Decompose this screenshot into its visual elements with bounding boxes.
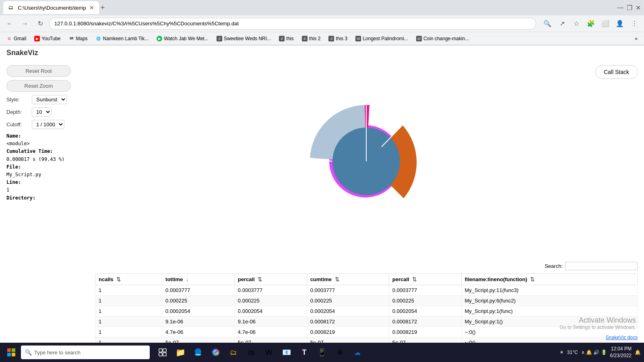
namkeen-favicon: 🌐 [96, 36, 101, 41]
cutoff-select[interactable]: 1 / 1000 1 / 100 1 / 10 [32, 120, 64, 129]
depth-control: Depth: 2345 6789 10 [6, 107, 82, 117]
bookmark-watch-label: Watch Jab We Met... [164, 36, 208, 41]
call-stack-btn[interactable]: Call Stack [595, 65, 638, 79]
taskbar-files[interactable]: 🗂 [225, 344, 242, 360]
col-percall2[interactable]: percall ⇅ [389, 274, 461, 285]
file-value: My_Script.py [6, 171, 82, 179]
tab-close-btn[interactable]: ✕ [89, 4, 94, 11]
svg-rect-5 [7, 348, 11, 352]
style-select[interactable]: Sunburst Icicle [32, 95, 67, 104]
cell-cumtime: 0.0003777 [307, 285, 389, 296]
this2-favicon: d [302, 36, 308, 41]
table-search-input[interactable] [565, 262, 638, 270]
svg-rect-8 [12, 353, 15, 356]
start-btn[interactable] [3, 344, 19, 360]
style-control: Style: Sunburst Icicle [6, 95, 82, 104]
cell-func: My_Script.py:1(func) [461, 306, 637, 317]
edge-icon [194, 348, 202, 356]
app-title: SnakeViz [0, 45, 644, 60]
bookmark-sweetiee[interactable]: d Sweetiee Weds NRI... [213, 35, 274, 42]
cell-cumtime: 0.0008172 [307, 317, 389, 327]
tottime-sort: ↓ [186, 276, 189, 282]
taskbar-apps: 📁 🗂 🛍 W 📧 T 📱 🖥 ☁ [155, 344, 365, 360]
taskbar-clock[interactable]: 12:04 PM 6/23/2022 [610, 346, 632, 359]
cumtime-label: Cumulative Time: [6, 148, 82, 155]
chrome-icon [212, 348, 220, 356]
table-row[interactable]: 1 4.7e-06 4.7e-06 0.0008219 0.0008219 ~:… [95, 327, 638, 337]
col-tottime[interactable]: tottime ↓ [162, 274, 235, 285]
bookmark-maps[interactable]: 🗺 Maps [66, 35, 91, 42]
windows-logo [7, 348, 15, 356]
bookmark-coin[interactable]: td Coin change-makin... [413, 35, 472, 42]
cell-tottime: 0.0002054 [162, 306, 235, 317]
taskbar-azure[interactable]: ☁ [349, 344, 365, 360]
col-percall1[interactable]: percall ⇅ [234, 274, 307, 285]
sunburst-svg[interactable] [282, 77, 451, 246]
cell-tottime: 0.000225 [162, 296, 235, 306]
cell-func: My_Script.py:1() [461, 317, 637, 327]
taskbar-word[interactable]: W [261, 344, 277, 360]
bookmark-namkeen-label: Namkeen Lamb Tik... [103, 36, 149, 41]
bookmark-palindrome[interactable]: td Longest Palindromi... [352, 35, 411, 42]
cell-func: My_Script.py:11(func3) [461, 285, 637, 296]
new-tab-btn[interactable]: + [101, 4, 105, 12]
forward-btn[interactable]: → [19, 17, 31, 30]
bookmark-this2[interactable]: d this 2 [299, 35, 324, 42]
name-label: Name: [6, 132, 82, 140]
menu-btn[interactable]: ⋮ [628, 17, 641, 30]
taskbar-edge[interactable] [190, 344, 206, 360]
table-row[interactable]: 1 0.0002054 0.0002054 0.0002054 0.000205… [95, 306, 638, 317]
taskbar-phone-link[interactable]: 📱 [314, 344, 330, 360]
extensions-icon-btn[interactable]: 🧩 [584, 17, 597, 30]
sunburst-chart[interactable] [282, 77, 451, 246]
bookmark-icon-btn[interactable]: ☆ [570, 17, 583, 30]
bookmark-this3[interactable]: d this 3 [325, 35, 351, 42]
url-bar[interactable] [49, 18, 536, 30]
notification-btn[interactable]: 🔔 [635, 350, 641, 355]
taskbar-terminal[interactable]: 🖥 [332, 344, 348, 360]
reload-btn[interactable]: ↻ [34, 17, 47, 30]
table-row[interactable]: 1 0.000225 0.000225 0.000225 0.000225 My… [95, 296, 638, 306]
search-icon-btn[interactable]: 🔍 [541, 17, 554, 30]
app-content: SnakeViz Reset Root Reset Zoom Style: Su… [0, 45, 644, 362]
more-bookmarks-label: » [635, 36, 638, 41]
content-area: Call Stack [89, 60, 644, 362]
file-label: File: [6, 163, 82, 171]
close-btn[interactable]: ✕ [636, 4, 641, 12]
reset-zoom-btn[interactable]: Reset Zoom [6, 80, 71, 92]
col-ncalls[interactable]: ncalls ⇅ [95, 274, 162, 285]
taskbar-chrome[interactable] [208, 344, 224, 360]
table-row[interactable]: 1 0.0003777 0.0003777 0.0003777 0.000377… [95, 285, 638, 296]
taskbar-store[interactable]: 🛍 [243, 344, 259, 360]
taskbar-outlook[interactable]: 📧 [279, 344, 295, 360]
reset-root-btn[interactable]: Reset Root [6, 65, 71, 77]
taskbar-search-box[interactable]: 🔍 Type here to search [21, 346, 150, 359]
col-func[interactable]: filename:lineno(function) ⇅ [461, 274, 637, 285]
taskbar-type[interactable]: T [296, 344, 312, 360]
bookmark-gmail[interactable]: G Gmail [3, 35, 29, 42]
share-icon-btn[interactable]: ↗ [555, 17, 568, 30]
depth-select[interactable]: 2345 6789 10 [32, 107, 52, 117]
snakeviz-docs-link[interactable]: SnakeViz docs [606, 335, 638, 340]
col-cumtime[interactable]: cumtime ⇅ [307, 274, 389, 285]
bookmark-namkeen[interactable]: 🌐 Namkeen Lamb Tik... [93, 35, 152, 42]
bookmarks-bar: G Gmail ▶ YouTube 🗺 Maps 🌐 Namkeen Lamb … [0, 32, 644, 45]
active-tab[interactable]: 🗂 C:\Users\hy\Documents\temp ✕ [3, 1, 99, 14]
bookmark-this[interactable]: d this [276, 35, 297, 42]
bookmark-watch[interactable]: ▶ Watch Jab We Met... [153, 35, 212, 42]
taskbar-task-view[interactable] [155, 344, 171, 360]
back-btn[interactable]: ← [3, 17, 16, 30]
profile-icon-btn[interactable]: 👤 [613, 17, 626, 30]
table-header-row: Search: [95, 262, 638, 270]
cell-cumtime: 0.0008219 [307, 327, 389, 337]
cell-ncalls: 1 [95, 296, 162, 306]
restore-btn[interactable]: ❐ [627, 4, 632, 12]
bookmark-youtube[interactable]: ▶ YouTube [31, 35, 64, 42]
minimize-btn[interactable]: — [617, 4, 623, 12]
cell-cumtime: 0.000225 [307, 296, 389, 306]
split-view-btn[interactable]: ⬜ [599, 17, 612, 30]
gmail-favicon: G [6, 36, 12, 41]
table-row[interactable]: 1 9.1e-06 9.1e-06 0.0008172 0.0008172 My… [95, 317, 638, 327]
more-bookmarks-btn[interactable]: » [632, 35, 641, 42]
taskbar-file-explorer[interactable]: 📁 [172, 344, 188, 360]
